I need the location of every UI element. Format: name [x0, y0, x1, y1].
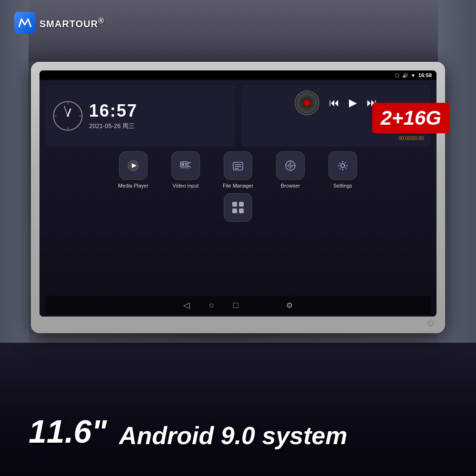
video-input-label: Video input [173, 183, 199, 188]
memory-text: 2+16G [381, 107, 441, 129]
file-manager-icon-img [224, 151, 252, 180]
memory-badge: 2+16G [372, 103, 450, 133]
status-bar: ⬡ 🔊 ▼ 16:58 [40, 70, 436, 80]
browser-label: Browser [281, 183, 300, 188]
home-button[interactable]: ○ [209, 300, 214, 310]
clock-widget: 16:57 2021-05-26 周三 [45, 85, 235, 147]
svg-rect-31 [232, 202, 237, 207]
svg-rect-32 [239, 202, 244, 207]
prev-button[interactable]: ⏮ [329, 97, 339, 109]
screen-size-text: 11.6" [29, 413, 107, 449]
media-player-icon[interactable]: Media Player [112, 151, 155, 188]
media-player-label: Media Player [118, 183, 149, 188]
media-progress: 00:00/00:00 [248, 136, 424, 141]
digital-time: 16:57 [89, 101, 138, 121]
video-input-icon[interactable]: Video input [164, 151, 207, 188]
settings-label: Settings [333, 183, 352, 188]
more-apps-icon-img [224, 193, 252, 222]
file-manager-label: File Manager [223, 183, 253, 188]
car-seat-left [0, 0, 29, 343]
os-text: Android 9.0 system [119, 422, 347, 449]
media-player-icon-img [119, 151, 148, 180]
browser-icon[interactable]: Browser [269, 151, 312, 188]
svg-rect-0 [14, 12, 36, 33]
back-button[interactable]: ◁ [183, 300, 190, 310]
power-button[interactable]: ⏻ [427, 319, 435, 327]
recent-button[interactable]: □ [233, 300, 238, 310]
settings-icon[interactable]: Settings [321, 151, 364, 188]
brand-name: SMARTOUR® [40, 16, 104, 30]
svg-rect-34 [239, 208, 244, 213]
file-manager-icon[interactable]: File Manager [217, 151, 259, 188]
settings-icon-img [328, 151, 357, 180]
browser-icon-img [276, 151, 305, 180]
nav-settings-button[interactable]: ⚙ [286, 301, 293, 310]
svg-rect-33 [232, 208, 237, 213]
analog-clock [52, 100, 83, 131]
clock-date: 2021-05-26 周三 [89, 122, 138, 130]
clock-info: 16:57 2021-05-26 周三 [89, 101, 138, 130]
svg-rect-15 [185, 163, 187, 166]
nav-bar: ◁ ○ □ ⚙ [45, 296, 431, 314]
brand-logo: SMARTOUR® [14, 12, 104, 33]
android-version-text: Android 9.0 system [119, 421, 347, 450]
more-apps-icon[interactable] [217, 193, 259, 225]
bluetooth-icon: ⬡ [395, 73, 399, 78]
volume-icon: 🔊 [402, 73, 408, 78]
status-time: 16:58 [418, 72, 432, 78]
svg-rect-30 [229, 199, 247, 216]
play-button[interactable]: ▶ [349, 97, 357, 109]
screen-size-badge: 11.6" [29, 413, 107, 450]
video-input-icon-img [171, 151, 200, 180]
product-info-section: 2+16G 11.6" Android 9.0 system [0, 343, 476, 476]
media-disk-inner [304, 99, 310, 106]
wifi-icon: ▼ [411, 73, 416, 78]
app-row-1: Media Player [45, 151, 431, 188]
logo-icon [14, 12, 36, 33]
svg-rect-14 [181, 163, 184, 166]
registered-mark: ® [98, 16, 104, 25]
app-row-2 [45, 193, 431, 225]
media-disk [295, 90, 319, 115]
